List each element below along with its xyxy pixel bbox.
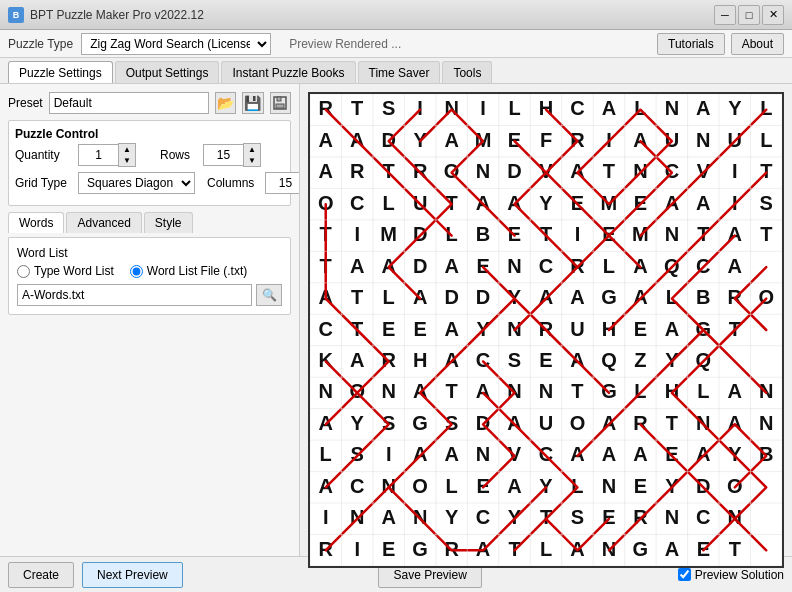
- quantity-row: Quantity ▲ ▼ Rows ▲ ▼: [15, 143, 284, 167]
- preview-solution-label[interactable]: Preview Solution: [678, 568, 784, 582]
- window-controls: ─ □ ✕: [714, 5, 784, 25]
- preview-solution-checkbox[interactable]: [678, 568, 691, 581]
- puzzle-type-label: Puzzle Type: [8, 37, 73, 51]
- rows-down-button[interactable]: ▼: [244, 155, 260, 166]
- preset-open-button[interactable]: 📂: [215, 92, 236, 114]
- quantity-label: Quantity: [15, 148, 70, 162]
- app-icon: B: [8, 7, 24, 23]
- main-tabs: Puzzle Settings Output Settings Instant …: [0, 58, 792, 84]
- file-row: 🔍: [17, 284, 282, 306]
- preset-input[interactable]: [49, 92, 209, 114]
- preset-saveas-button[interactable]: [270, 92, 291, 114]
- create-button[interactable]: Create: [8, 562, 74, 588]
- columns-input[interactable]: [265, 172, 300, 194]
- tab-puzzle-settings[interactable]: Puzzle Settings: [8, 61, 113, 83]
- rows-input[interactable]: [203, 144, 243, 166]
- rows-spinner: ▲ ▼: [203, 143, 261, 167]
- menu-left: Puzzle Type Zig Zag Word Search (License…: [8, 33, 637, 55]
- left-panel: Preset 📂 💾 Puzzle Control Quantity ▲ ▼: [0, 84, 300, 556]
- rows-label: Rows: [160, 148, 195, 162]
- file-input[interactable]: [17, 284, 252, 306]
- menu-right: Tutorials About: [657, 33, 784, 55]
- preset-label: Preset: [8, 96, 43, 110]
- grid-type-row: Grid Type Squares Diagon Squares Circle …: [15, 171, 284, 195]
- rows-spinner-btns: ▲ ▼: [243, 143, 261, 167]
- preview-status-label: Preview Rendered ...: [289, 37, 401, 51]
- tutorials-button[interactable]: Tutorials: [657, 33, 725, 55]
- rows-up-button[interactable]: ▲: [244, 144, 260, 155]
- right-panel: [300, 84, 792, 556]
- grid-type-label: Grid Type: [15, 176, 70, 190]
- grid-type-select[interactable]: Squares Diagon Squares Circle: [78, 172, 195, 194]
- puzzle-control-label: Puzzle Control: [15, 127, 284, 141]
- maximize-button[interactable]: □: [738, 5, 760, 25]
- puzzle-grid-container: [308, 92, 784, 568]
- quantity-down-button[interactable]: ▼: [119, 155, 135, 166]
- main-content: Preset 📂 💾 Puzzle Control Quantity ▲ ▼: [0, 84, 792, 556]
- quantity-up-button[interactable]: ▲: [119, 144, 135, 155]
- puzzle-type-select[interactable]: Zig Zag Word Search (Licensed) Word Sear…: [81, 33, 271, 55]
- sub-tabs: Words Advanced Style: [8, 212, 291, 233]
- radio-row: Type Word List Word List File (.txt): [17, 264, 282, 278]
- quantity-spinner: ▲ ▼: [78, 143, 136, 167]
- quantity-input[interactable]: [78, 144, 118, 166]
- puzzle-control-section: Puzzle Control Quantity ▲ ▼ Rows ▲ ▼: [8, 120, 291, 206]
- title-bar: B BPT Puzzle Maker Pro v2022.12 ─ □ ✕: [0, 0, 792, 30]
- tab-time-saver[interactable]: Time Saver: [358, 61, 441, 83]
- svg-rect-1: [276, 104, 284, 108]
- minimize-button[interactable]: ─: [714, 5, 736, 25]
- sub-tab-words[interactable]: Words: [8, 212, 64, 233]
- columns-label: Columns: [207, 176, 257, 190]
- tab-tools[interactable]: Tools: [442, 61, 492, 83]
- sub-tab-advanced[interactable]: Advanced: [66, 212, 141, 233]
- next-preview-button[interactable]: Next Preview: [82, 562, 183, 588]
- radio-type-word-list[interactable]: Type Word List: [17, 264, 114, 278]
- word-list-label: Word List: [17, 246, 282, 260]
- about-button[interactable]: About: [731, 33, 784, 55]
- tab-instant-puzzle-books[interactable]: Instant Puzzle Books: [221, 61, 355, 83]
- puzzle-canvas: [310, 94, 782, 566]
- radio-file-word-list[interactable]: Word List File (.txt): [130, 264, 247, 278]
- close-button[interactable]: ✕: [762, 5, 784, 25]
- radio-file-input[interactable]: [130, 265, 143, 278]
- quantity-spinner-btns: ▲ ▼: [118, 143, 136, 167]
- svg-rect-2: [277, 97, 281, 101]
- columns-spinner: ▲ ▼: [265, 171, 300, 195]
- preset-save-button[interactable]: 💾: [242, 92, 263, 114]
- menu-bar: Puzzle Type Zig Zag Word Search (License…: [0, 30, 792, 58]
- tab-output-settings[interactable]: Output Settings: [115, 61, 220, 83]
- words-panel: Word List Type Word List Word List File …: [8, 237, 291, 315]
- file-search-button[interactable]: 🔍: [256, 284, 282, 306]
- sub-tabs-area: Words Advanced Style Word List Type Word…: [8, 212, 291, 315]
- radio-type-input[interactable]: [17, 265, 30, 278]
- app-title: BPT Puzzle Maker Pro v2022.12: [30, 8, 714, 22]
- sub-tab-style[interactable]: Style: [144, 212, 193, 233]
- preset-row: Preset 📂 💾: [8, 92, 291, 114]
